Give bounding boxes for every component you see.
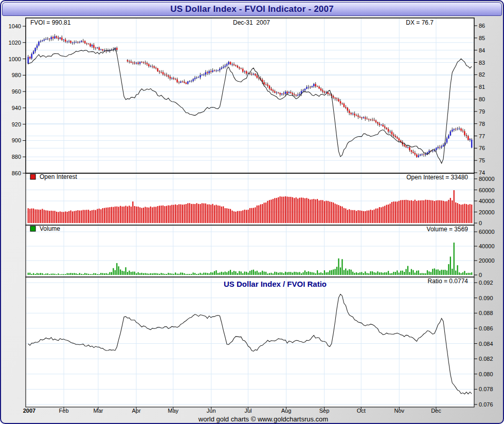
candle-body xyxy=(178,82,180,83)
volume-bar xyxy=(367,273,368,275)
open-interest-bar xyxy=(237,211,238,223)
volume-bar xyxy=(132,271,133,275)
volume-bar xyxy=(446,270,447,275)
volume-bar xyxy=(438,269,439,275)
open-interest-bar xyxy=(226,208,227,223)
axis-tick-label: 980 xyxy=(12,72,21,78)
candle-body xyxy=(460,128,462,131)
candle-body xyxy=(370,120,371,120)
open-interest-legend-swatch xyxy=(30,174,35,179)
volume-bar xyxy=(147,273,148,275)
candle-body xyxy=(466,135,467,136)
candle-body xyxy=(357,116,359,117)
volume-bar xyxy=(138,272,139,275)
volume-bar xyxy=(113,268,114,275)
open-interest-bar xyxy=(420,200,421,223)
volume-bar xyxy=(74,273,75,275)
volume-bar xyxy=(86,273,87,275)
candle-body xyxy=(391,132,393,135)
volume-bar xyxy=(260,272,261,275)
volume-bar xyxy=(280,272,281,275)
volume-bar xyxy=(391,273,392,275)
candle-body xyxy=(336,99,338,99)
volume-bar xyxy=(210,272,211,275)
candle-body xyxy=(249,73,251,74)
candle-body xyxy=(469,139,471,140)
volume-bar xyxy=(148,273,149,275)
volume-bar xyxy=(290,272,291,275)
candle-body xyxy=(263,82,265,84)
open-interest-bar xyxy=(269,200,270,223)
candle-body xyxy=(384,126,386,128)
candle-body xyxy=(58,38,59,39)
volume-bar xyxy=(460,273,461,275)
candle-body xyxy=(306,87,308,88)
candle-body xyxy=(47,39,48,39)
volume-bar xyxy=(218,273,219,275)
open-interest-bar xyxy=(349,209,350,223)
volume-bar xyxy=(143,273,144,275)
open-interest-bar xyxy=(281,197,282,223)
volume-bar xyxy=(60,274,61,275)
volume-bar xyxy=(296,272,297,275)
volume-bar xyxy=(154,273,155,275)
open-interest-bar xyxy=(233,211,235,223)
open-interest-bar xyxy=(164,206,165,223)
open-interest-bar xyxy=(466,204,467,223)
volume-bar xyxy=(79,273,80,275)
open-interest-bar xyxy=(65,211,66,223)
candle-body xyxy=(285,91,286,94)
open-interest-bar xyxy=(84,210,85,223)
volume-bar xyxy=(235,271,236,275)
candle-body xyxy=(84,41,86,44)
volume-bar xyxy=(65,274,66,275)
candle-body xyxy=(352,114,354,114)
volume-bar xyxy=(405,269,406,275)
candle-body xyxy=(223,67,224,68)
candle-body xyxy=(420,155,421,156)
volume-bar xyxy=(432,269,433,275)
candle-body xyxy=(66,42,68,42)
volume-bar xyxy=(427,270,428,275)
axis-tick-label: 0.084 xyxy=(479,341,493,347)
open-interest-bar xyxy=(83,210,84,223)
volume-bar xyxy=(341,259,343,275)
axis-tick-label: 0 xyxy=(479,220,482,226)
volume-bar xyxy=(464,271,465,275)
candle-body xyxy=(267,84,268,86)
open-interest-bar xyxy=(86,210,87,223)
candle-body xyxy=(219,69,221,70)
volume-bar xyxy=(111,272,112,275)
candle-body xyxy=(255,74,256,76)
candle-body xyxy=(65,40,66,42)
volume-bar xyxy=(200,273,201,275)
axis-tick-label: 0.090 xyxy=(479,295,493,301)
open-interest-bar xyxy=(471,205,472,223)
volume-bar xyxy=(230,270,231,275)
candle-body xyxy=(278,93,279,93)
candle-body xyxy=(372,120,373,120)
open-interest-bar xyxy=(178,204,179,223)
volume-bar xyxy=(273,273,274,275)
volume-bar xyxy=(116,263,117,275)
open-interest-bar xyxy=(116,207,117,223)
candle-body xyxy=(311,86,313,87)
candle-body xyxy=(89,44,91,46)
volume-bar xyxy=(207,273,208,275)
open-interest-bar xyxy=(383,207,384,223)
volume-bar xyxy=(34,274,35,275)
candle-body xyxy=(338,99,339,101)
volume-bar xyxy=(44,274,45,275)
open-interest-bar xyxy=(120,206,121,223)
volume-bar xyxy=(54,274,55,275)
axis-tick-label: 75 xyxy=(479,157,485,163)
volume-bar xyxy=(351,270,352,275)
volume-bar xyxy=(136,273,137,275)
volume-bar xyxy=(105,273,106,275)
open-interest-bar xyxy=(290,197,291,223)
candle-body xyxy=(191,81,192,82)
open-interest-bar xyxy=(379,207,380,223)
volume-bar xyxy=(93,273,94,275)
open-interest-bar xyxy=(459,204,460,223)
month-label: Nov xyxy=(394,408,404,414)
